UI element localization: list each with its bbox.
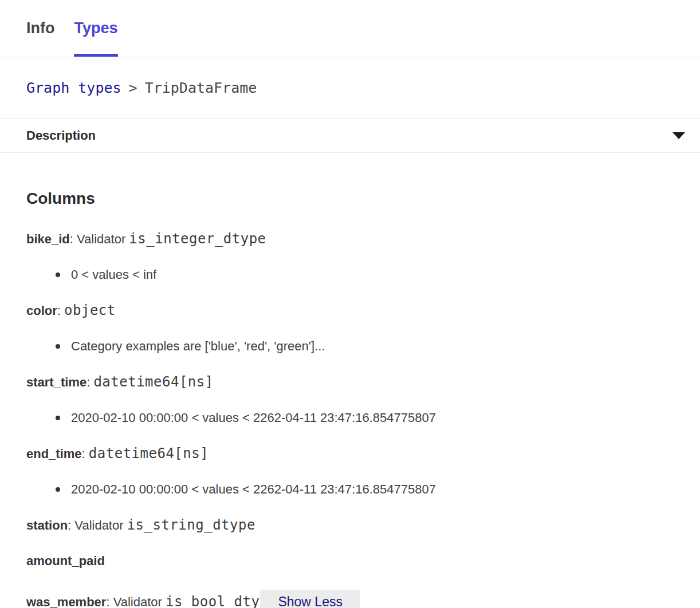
column-name: amount_paid (26, 554, 105, 568)
column-def-end-time: end_time: datetime64[ns] (26, 447, 674, 461)
constraint-text: 2020-02-10 00:00:00 < values < 2262-04-1… (71, 411, 436, 425)
column-name: bike_id (26, 232, 70, 246)
column-annotation: : Validator (106, 595, 162, 608)
active-tab-indicator (74, 54, 117, 57)
description-section-header[interactable]: Description (0, 119, 700, 153)
column-dtype-code: datetime64[ns] (93, 374, 213, 390)
column-name: color (26, 303, 57, 318)
column-name: station (26, 518, 68, 532)
column-def-amount-paid: amount_paid (26, 554, 674, 568)
tab-types-label: Types (74, 19, 117, 37)
breadcrumb-link-graph-types[interactable]: Graph types (26, 80, 121, 96)
column-annotation: : (86, 375, 90, 389)
tab-info-label: Info (26, 19, 54, 37)
breadcrumb-current-page: TripDataFrame (145, 80, 257, 96)
show-less-button[interactable]: Show Less (260, 590, 360, 608)
column-annotation: : Validator (70, 232, 125, 246)
constraint-text: 2020-02-10 00:00:00 < values < 2262-04-1… (71, 483, 436, 496)
column-constraint-bike-id: 0 < values < inf (26, 268, 674, 282)
column-annotation: : Validator (68, 518, 123, 532)
columns-heading: Columns (26, 189, 674, 208)
bullet-icon (56, 487, 60, 492)
breadcrumb: Graph types > TripDataFrame (0, 57, 700, 119)
column-def-start-time: start_time: datetime64[ns] (26, 375, 674, 389)
column-def-bike-id: bike_id: Validator is_integer_dtype (26, 232, 674, 246)
column-def-station: station: Validator is_string_dtype (26, 518, 674, 532)
caret-down-icon[interactable] (673, 132, 685, 139)
column-constraint-start-time: 2020-02-10 00:00:00 < values < 2262-04-1… (26, 411, 674, 425)
column-name: end_time (26, 447, 82, 461)
column-annotation: : (82, 447, 85, 461)
tab-info[interactable]: Info (26, 0, 54, 57)
column-dtype-code: is_integer_dtype (129, 231, 266, 247)
bullet-icon (56, 416, 60, 420)
column-dtype-code: object (64, 302, 116, 318)
breadcrumb-separator: > (129, 80, 137, 96)
column-name: was_member (26, 595, 106, 608)
tab-bar: Info Types (0, 0, 700, 57)
column-dtype-code: datetime64[ns] (89, 445, 209, 461)
column-def-color: color: object (26, 303, 674, 318)
column-constraint-end-time: 2020-02-10 00:00:00 < values < 2262-04-1… (26, 483, 674, 496)
column-constraint-color: Category examples are ['blue', 'red', 'g… (26, 339, 674, 353)
bullet-icon (56, 344, 60, 349)
column-dtype-code: is_string_dtype (127, 517, 255, 533)
column-annotation: : (57, 303, 61, 318)
constraint-text: 0 < values < inf (71, 268, 156, 282)
column-name: start_time (26, 375, 86, 389)
column-dtype-code: is_bool_dty (166, 594, 259, 608)
tab-types[interactable]: Types (74, 0, 117, 57)
columns-section: Columns bike_id: Validator is_integer_dt… (0, 189, 700, 608)
column-def-was-member: was_member: Validator is_bool_dtyShow Le… (26, 590, 674, 608)
constraint-text: Category examples are ['blue', 'red', 'g… (71, 339, 325, 353)
description-title: Description (26, 128, 96, 143)
bullet-icon (56, 273, 60, 277)
